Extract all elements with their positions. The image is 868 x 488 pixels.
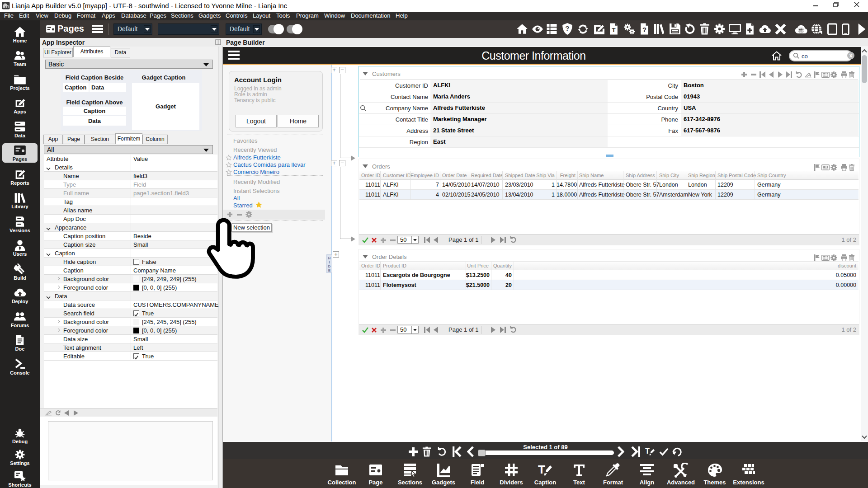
svg-text:?: ? xyxy=(565,24,569,32)
svg-text:T: T xyxy=(538,463,545,476)
svg-text:T: T xyxy=(645,447,650,455)
svg-text:?: ? xyxy=(642,26,646,33)
svg-text:T: T xyxy=(612,27,616,33)
